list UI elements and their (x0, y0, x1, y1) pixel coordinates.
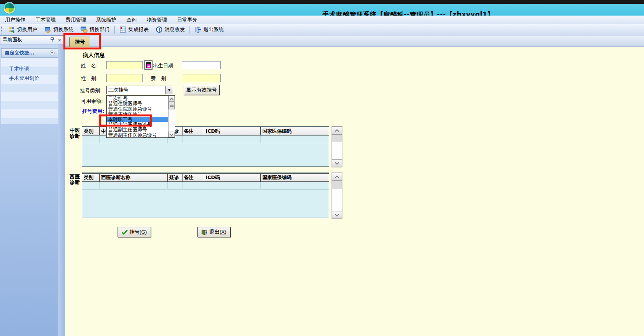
switch-system-label: 切换系统 (53, 26, 74, 33)
navigation-panel-title: 导航面板 (3, 37, 22, 43)
close-icon[interactable]: × (57, 37, 62, 43)
col-remark: 备注 (182, 127, 204, 135)
registration-fee-label: 挂号费用: (82, 108, 104, 115)
birthdate-input[interactable] (182, 61, 221, 69)
dropdown-option[interactable]: 普通主治医师号 (107, 111, 168, 116)
app-logo-icon (4, 2, 15, 14)
registration-type-label: 挂号类别: (80, 87, 102, 94)
col-icd-code: ICD码 (204, 173, 261, 181)
exit-door-icon (201, 229, 207, 235)
exit-system-icon (195, 26, 202, 33)
toolbar: 切换用户 切换系统 切换部门 集成报表 消息收发 (0, 24, 644, 35)
messages-label: 消息收发 (165, 26, 185, 33)
sidebar-item-surgery-request[interactable]: 手术申请 (1, 65, 58, 73)
navigation-panel-header: 导航面板 × (0, 35, 65, 44)
menu-system-maintenance[interactable]: 系统维护 (91, 16, 121, 24)
wm-table-header: 类别 西医诊断名称 疑诊 备注 ICD码 国家医保编码 (82, 173, 329, 182)
registration-type-dropdown-list: 二次挂号 普通住院医师号 普通住院医师急诊号 普通主治医师号 本院职工号 普通主… (106, 95, 175, 138)
patient-lookup-button[interactable] (144, 60, 153, 70)
available-balance-label: 可用余额: (81, 98, 103, 105)
registration-type-value: 二次挂号 (107, 86, 165, 93)
dropdown-option[interactable]: 普通副主任医师号 (107, 127, 168, 132)
col-national-insurance-code: 国家医保编码 (261, 127, 329, 135)
scroll-up-icon[interactable] (332, 173, 342, 181)
col-suspected: 疑诊 (168, 173, 182, 181)
switch-system-icon (44, 26, 51, 33)
toolbar-separator (114, 26, 115, 33)
sidebar-item-surgery-fee-pricing[interactable]: 手术费用划价 (1, 74, 58, 83)
scroll-up-icon[interactable] (168, 96, 175, 102)
toolbar-grip[interactable] (1, 26, 3, 33)
wm-table-scrollbar[interactable] (332, 172, 342, 219)
col-icd-code: ICD码 (204, 127, 261, 135)
messages-button[interactable]: 消息收发 (152, 25, 188, 35)
exit-button[interactable]: 退出(X) (197, 227, 230, 237)
tab-registration[interactable]: 挂号 (69, 37, 90, 47)
wm-diagnosis-table: 类别 西医诊断名称 疑诊 备注 ICD码 国家医保编码 (82, 172, 329, 218)
scroll-up-icon[interactable] (332, 127, 342, 134)
registration-type-combobox[interactable]: 二次挂号 ▼ (106, 86, 173, 94)
gender-label: 性 别: (81, 75, 98, 82)
card-reader-icon (146, 62, 151, 68)
scrollbar-track[interactable] (332, 142, 342, 159)
menu-bar: 用户操作 手术管理 费用管理 系统维护 查询 物资管理 日常事务 (0, 16, 644, 24)
scroll-down-icon[interactable] (332, 211, 342, 219)
scrollbar-track[interactable] (332, 188, 342, 211)
dropdown-scrollbar[interactable] (168, 96, 175, 137)
exit-system-label: 退出系统 (204, 26, 224, 33)
scrollbar-thumb[interactable] (168, 102, 175, 109)
app-window: 手术麻醉管理系统【麻醉科--管理员】---【zhxyygl1】 用户操作 手术管… (0, 0, 644, 336)
switch-user-label: 切换用户 (17, 26, 37, 33)
menu-query[interactable]: 查询 (121, 16, 142, 24)
col-category: 类别 (82, 127, 100, 135)
menu-material-management[interactable]: 物资管理 (142, 16, 172, 24)
col-national-insurance-code: 国家医保编码 (261, 173, 329, 181)
col-category: 类别 (82, 173, 100, 181)
scroll-down-icon[interactable] (168, 132, 175, 137)
fee-type-label: 费 别: (151, 75, 168, 82)
dropdown-option[interactable]: 普通主治医师急诊号 (107, 122, 168, 127)
switch-department-button[interactable]: 切换部门 (77, 25, 113, 35)
tcm-diagnosis-row-label: 中医诊断 (68, 127, 81, 139)
desktop-top-strip (0, 0, 644, 4)
tcm-table-scrollbar[interactable] (332, 126, 342, 167)
sidebar-group-custom-shortcuts[interactable]: 自定义快捷... (1, 48, 58, 58)
show-valid-registrations-button[interactable]: 显示有效挂号 (184, 85, 219, 95)
combobox-dropdown-button[interactable]: ▼ (165, 86, 173, 94)
pin-icon[interactable] (50, 37, 55, 43)
menu-fee-management[interactable]: 费用管理 (61, 16, 91, 24)
dropdown-option[interactable]: 普通住院医师号 (107, 101, 168, 106)
dropdown-option[interactable]: 普通住院医师急诊号 (107, 106, 168, 111)
switch-user-button[interactable]: 切换用户 (5, 25, 41, 35)
patient-info-title: 病人信息 (83, 52, 105, 59)
chevron-up-icon[interactable] (49, 50, 55, 56)
wm-diagnosis-row-label: 西医诊断 (68, 174, 81, 185)
birthdate-label: 出生日期: (153, 62, 175, 69)
sidebar-right-strip (58, 44, 65, 336)
switch-system-button[interactable]: 切换系统 (41, 25, 77, 35)
gender-input[interactable] (106, 74, 143, 82)
scrollbar-thumb[interactable] (332, 181, 342, 188)
scroll-down-icon[interactable] (332, 159, 342, 167)
fee-type-input[interactable] (182, 74, 221, 82)
sidebar-group-label: 自定义快捷... (5, 50, 35, 56)
menu-user-operations[interactable]: 用户操作 (0, 16, 30, 24)
integrated-reports-button[interactable]: 集成报表 (116, 25, 152, 35)
scrollbar-track[interactable] (168, 109, 175, 132)
col-remark: 备注 (182, 173, 204, 181)
integrated-reports-label: 集成报表 (128, 26, 149, 33)
switch-user-icon (8, 26, 15, 33)
col-wm-diagnosis-name: 西医诊断名称 (100, 173, 168, 181)
dropdown-option-selected[interactable]: 本院职工号 (107, 117, 168, 122)
dropdown-option[interactable]: 普通副主任医师急诊号 (107, 132, 168, 137)
menu-daily-affairs[interactable]: 日常事务 (172, 16, 202, 24)
table-row (82, 182, 329, 190)
name-input[interactable] (106, 61, 143, 69)
dropdown-option[interactable]: 二次挂号 (107, 96, 168, 101)
exit-system-button[interactable]: 退出系统 (191, 25, 227, 35)
register-button[interactable]: 挂号(G) (118, 227, 151, 237)
scrollbar-thumb[interactable] (332, 134, 342, 142)
toolbar-separator (190, 26, 190, 33)
menu-surgery-management[interactable]: 手术管理 (30, 16, 61, 24)
name-label: 姓 名: (81, 62, 98, 69)
